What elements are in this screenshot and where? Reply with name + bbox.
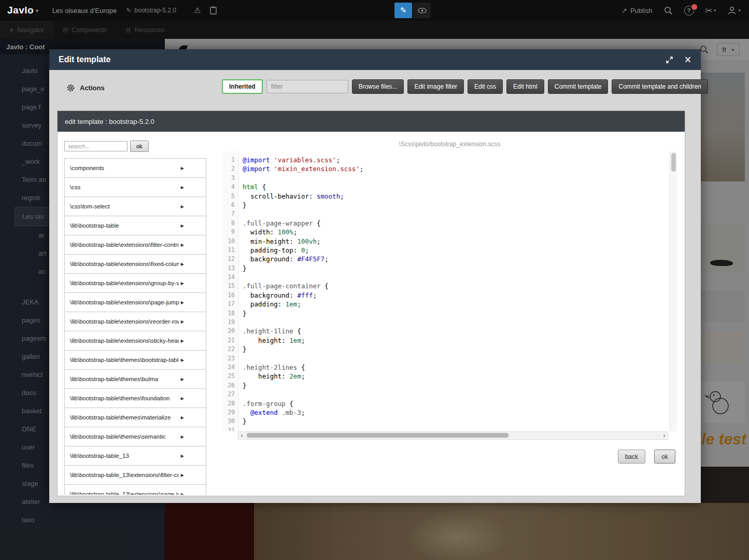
folder-label: \lib\bootstrap-table\themes\semantic	[70, 433, 166, 440]
vertical-scrollbar[interactable]	[670, 151, 677, 431]
line-number: 25	[222, 372, 238, 381]
folder-label: \lib\bootstrap-table\extensions\group-by…	[70, 280, 179, 286]
edit-template-subtitle: edit template : bootstrap-5.2.0	[58, 111, 685, 132]
edit-mode-button[interactable]: ✎	[394, 3, 412, 18]
folder-item[interactable]: \lib\bootstrap-table▶	[64, 216, 206, 235]
line-number: 20	[222, 327, 238, 335]
publish-icon: ↗	[621, 7, 627, 15]
filter-input[interactable]	[266, 80, 348, 93]
code-line: }	[243, 201, 670, 209]
vertical-scrollbar-thumb[interactable]	[671, 153, 676, 172]
editor-body: 1234567891011121314151617181920212223242…	[222, 151, 677, 431]
folder-item[interactable]: \lib\bootstrap-table\extensions\fixed-co…	[64, 254, 206, 274]
ok-button[interactable]: ok	[654, 450, 675, 464]
folder-item[interactable]: \lib\bootstrap-table\themes\foundation▶	[64, 388, 206, 408]
publish-button[interactable]: ↗ Publish	[621, 7, 653, 15]
app-logo[interactable]: Javlo ▾	[7, 5, 39, 16]
folder-item[interactable]: \lib\bootstrap-table\themes\bootstrap-ta…	[64, 350, 206, 370]
collapse-icon[interactable]	[663, 54, 675, 65]
folder-label: \lib\bootstrap-table\extensions\page-jum…	[70, 299, 179, 305]
search-button[interactable]	[664, 6, 673, 15]
line-number: 24	[222, 363, 238, 372]
folder-item[interactable]: \css\tom-select▶	[64, 197, 206, 216]
chevron-right-icon: ▶	[181, 262, 184, 267]
scroll-right-icon[interactable]: ›	[661, 432, 668, 439]
line-number: 30	[222, 417, 238, 426]
chevron-right-icon: ▶	[181, 243, 184, 247]
horizontal-scrollbar-thumb[interactable]	[247, 433, 508, 438]
chevron-right-icon: ▶	[181, 319, 184, 324]
tools-menu-button[interactable]: ✂ ▾	[705, 6, 716, 16]
commit-template-button[interactable]: Commit template	[548, 79, 609, 94]
browse-files-button[interactable]: Browse files...	[352, 79, 404, 94]
line-number: 21	[222, 336, 238, 345]
back-button[interactable]: back	[618, 450, 645, 464]
search-icon	[664, 6, 673, 15]
code-line	[243, 318, 670, 327]
close-icon[interactable]: ×	[682, 54, 694, 65]
folder-label: \lib\bootstrap-table\themes\foundation	[70, 395, 169, 401]
folder-item[interactable]: \lib\bootstrap-table\themes\materialize▶	[64, 408, 206, 427]
edit-css-button[interactable]: Edit css	[468, 79, 503, 94]
code-line: html {	[243, 183, 670, 191]
preview-mode-button[interactable]	[413, 3, 431, 18]
line-number: 16	[222, 291, 238, 300]
publish-label: Publish	[630, 7, 653, 15]
file-search-input[interactable]	[64, 141, 128, 151]
folder-item[interactable]: \components▶	[64, 158, 206, 178]
folder-item[interactable]: \css▶	[64, 177, 206, 197]
actions-group[interactable]: Actions	[66, 83, 105, 92]
folder-item[interactable]: \lib\bootstrap-table_13\extensions\page-…	[64, 484, 206, 495]
folder-item[interactable]: \lib\bootstrap-table\extensions\filter-c…	[64, 235, 206, 255]
inherited-button[interactable]: Inherited	[222, 79, 263, 94]
toolbar-buttons: Inherited Browse files...Edit image filt…	[222, 79, 708, 94]
code-line	[243, 354, 670, 363]
folder-item[interactable]: \lib\bootstrap-table\themes\bulma▶	[64, 369, 206, 389]
line-number: 27	[222, 390, 238, 399]
folder-item[interactable]: \lib\bootstrap-table\extensions\page-jum…	[64, 292, 206, 312]
line-number: 9	[222, 228, 238, 236]
folder-label: \lib\bootstrap-table	[70, 222, 119, 229]
code-line	[243, 426, 670, 431]
folder-label: \css	[70, 184, 80, 190]
app-logo-text: Javlo	[7, 5, 34, 16]
code-editor: \Scss\javlo/bootstrap_extension.scss 123…	[222, 137, 677, 445]
edit-image-filter-button[interactable]: Edit image filter	[407, 79, 464, 94]
line-number: 31	[222, 426, 238, 431]
line-number: 6	[222, 201, 238, 209]
clipboard-icon[interactable]	[210, 6, 217, 15]
code-line: .height-1line {	[243, 327, 670, 335]
template-badge[interactable]: ✎ bootstrap-5.2.0	[126, 7, 176, 14]
editor-file-path: \Scss\javlo/bootstrap_extension.scss	[222, 137, 677, 151]
scroll-left-icon[interactable]: ‹	[238, 432, 245, 439]
file-search-ok-button[interactable]: ok	[130, 141, 149, 152]
folder-item[interactable]: \lib\bootstrap-table_13\extensions\filte…	[64, 465, 206, 485]
edit-html-button[interactable]: Edit html	[506, 79, 544, 94]
code-line	[243, 174, 670, 183]
notification-badge	[691, 4, 698, 10]
folder-label: \components	[70, 165, 104, 171]
folder-label: \lib\bootstrap-table\themes\bulma	[70, 376, 158, 382]
line-number: 12	[222, 255, 238, 263]
folder-label: \lib\bootstrap-table\themes\materialize	[70, 414, 171, 421]
line-number: 2	[222, 164, 238, 173]
user-menu-button[interactable]: ▾	[727, 6, 741, 15]
edit-template-modal: Edit template × Actions Inherited Browse…	[49, 49, 701, 503]
code-line: padding: 1em;	[243, 300, 670, 309]
code-line: @import 'mixin_extension.scss';	[243, 164, 670, 173]
warning-icon[interactable]: ⚠	[194, 6, 201, 15]
chevron-right-icon: ▶	[181, 166, 184, 171]
folder-item[interactable]: \lib\bootstrap-table\extensions\reorder-…	[64, 312, 206, 331]
folder-item[interactable]: \lib\bootstrap-table\themes\semantic▶	[64, 427, 206, 446]
help-button[interactable]: ?	[684, 6, 694, 16]
code-line: }	[243, 264, 670, 273]
folder-item[interactable]: \lib\bootstrap-table_13▶	[64, 446, 206, 466]
commit-template-and-children-button[interactable]: Commit template and children	[612, 79, 708, 94]
code-line: @extend .mb-3;	[243, 408, 670, 417]
horizontal-scrollbar[interactable]: ‹ ›	[238, 431, 668, 440]
folder-item[interactable]: \lib\bootstrap-table\extensions\group-by…	[64, 273, 206, 293]
folder-item[interactable]: \lib\bootstrap-table\extensions\sticky-h…	[64, 331, 206, 351]
pencil-icon: ✎	[400, 6, 407, 15]
code-area[interactable]: @import 'variables.scss';@import 'mixin_…	[239, 151, 670, 431]
line-number: 14	[222, 273, 238, 282]
